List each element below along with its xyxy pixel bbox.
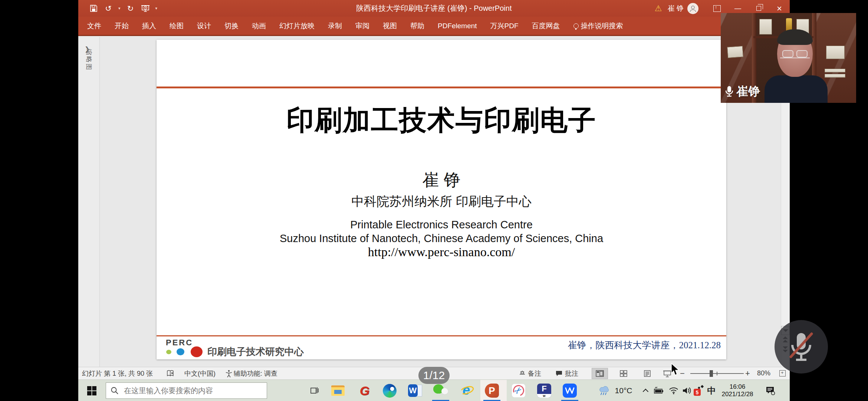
logo-green-dot <box>166 350 171 354</box>
search-icon <box>111 387 119 395</box>
slide-top-rule <box>157 87 726 88</box>
fit-slide-button[interactable] <box>779 367 786 379</box>
tab-pdfelement[interactable]: PDFelement <box>431 22 484 30</box>
person-body <box>765 75 828 103</box>
account-name[interactable]: 崔 铮 <box>668 4 684 13</box>
word-icon[interactable]: W <box>406 380 424 401</box>
action-center-icon[interactable] <box>763 380 778 401</box>
tab-home[interactable]: 开始 <box>108 21 135 31</box>
notes-toggle[interactable]: 备注 <box>519 367 541 379</box>
normal-view-button[interactable] <box>592 368 608 379</box>
ie-icon[interactable]: e <box>458 380 476 401</box>
slide-sorter-button[interactable] <box>615 368 632 379</box>
tab-animations[interactable]: 动画 <box>245 21 273 31</box>
clock-date: 2021/12/28 <box>721 391 753 398</box>
wifi-icon[interactable] <box>667 380 680 401</box>
tab-baidu-netdisk[interactable]: 百度网盘 <box>525 21 567 31</box>
titlebar: ↺ ▾ ↻ ▾ 陕西科技大学印刷电子讲座 (崔铮) - PowerPoint ⚠… <box>78 0 790 17</box>
thumbnail-pane[interactable]: ❯ 缩略图 <box>78 37 100 367</box>
tab-file[interactable]: 文件 <box>80 21 108 31</box>
avatar[interactable] <box>687 3 698 14</box>
person-glasses <box>780 50 810 58</box>
papers <box>825 69 845 72</box>
certificate3 <box>727 46 743 58</box>
pdf-f-app-icon[interactable]: F w <box>535 380 553 401</box>
thumbnail-pane-label: 缩略图 <box>85 49 93 79</box>
slide-number-status: 幻灯片 第 1 张, 共 90 张 <box>82 367 153 379</box>
slide-bottom-rule <box>157 335 726 336</box>
mouse-cursor <box>671 363 680 377</box>
slide-footer-credit[interactable]: 崔铮，陕西科技大学讲座，2021.12.28 <box>568 339 721 351</box>
slide-author[interactable]: 崔 铮 <box>157 169 726 191</box>
mic-muted-button[interactable] <box>775 320 828 374</box>
language-status[interactable]: 中文(中国) <box>184 367 216 379</box>
tray-badge-icon[interactable]: 5 <box>692 380 705 401</box>
reading-view-button[interactable] <box>639 368 655 379</box>
tab-tell-me[interactable]: 操作说明搜索 <box>567 21 630 31</box>
taskbar-search[interactable] <box>106 382 267 399</box>
video-frame: ↺ ▾ ↻ ▾ 陕西科技大学印刷电子讲座 (崔铮) - PowerPoint ⚠… <box>0 0 868 401</box>
file-explorer-icon[interactable] <box>329 380 347 401</box>
accessibility-icon[interactable] <box>225 367 233 379</box>
scissors-app-icon[interactable]: ✂ <box>510 380 527 401</box>
ribbon-tabs: 文件 开始 插入 绘图 设计 切换 动画 幻灯片放映 录制 审阅 视图 帮助 P… <box>78 17 790 36</box>
search-input[interactable] <box>123 386 257 395</box>
logo-blue-dot <box>177 348 184 355</box>
fit-slide-icon <box>779 370 786 376</box>
tab-record[interactable]: 录制 <box>321 21 349 31</box>
lightbulb-icon <box>573 23 579 29</box>
clock-time: 16:06 <box>730 383 746 391</box>
task-view-button[interactable] <box>306 380 323 401</box>
webcam-name-label: 崔铮 <box>724 84 760 100</box>
perc-logo-text: PERC <box>166 338 193 348</box>
tab-wanxing-pdf[interactable]: 万兴PDF <box>484 21 525 31</box>
spell-check-icon[interactable] <box>167 367 175 379</box>
zoom-in-button[interactable]: + <box>745 367 750 379</box>
certificate <box>759 19 772 35</box>
zoom-out-button[interactable]: − <box>680 367 685 379</box>
battery-icon[interactable] <box>652 380 665 401</box>
zoom-slider-tick <box>717 372 717 375</box>
papers2 <box>825 74 845 78</box>
slide-affiliation-en2[interactable]: Suzhou Institute of Nanotech, Chinese Ac… <box>157 232 726 245</box>
slide-canvas[interactable]: 印刷加工技术与印刷电子 崔 铮 中科院苏州纳米所 印刷电子中心 Printabl… <box>157 40 726 359</box>
hidden-icons-chevron[interactable] <box>640 380 653 401</box>
ribbon-display-options-icon <box>713 5 721 12</box>
mic-icon <box>724 85 734 98</box>
slide-title[interactable]: 印刷加工技术与印刷电子 <box>157 102 726 139</box>
edge-icon[interactable] <box>381 380 398 401</box>
alert-icon[interactable]: ⚠ <box>652 0 665 17</box>
webcam-video: 崔铮 <box>721 13 856 103</box>
weather-temp[interactable]: 10°C <box>612 380 635 401</box>
speaker-icon[interactable] <box>680 380 693 401</box>
tab-transitions[interactable]: 切换 <box>218 21 245 31</box>
slide-url[interactable]: http://www.perc-sinano.com/ <box>157 245 726 259</box>
tab-review[interactable]: 审阅 <box>349 21 376 31</box>
slide-affiliation-en1[interactable]: Printable Electronics Research Centre <box>157 219 726 231</box>
slide-counter-pill: 1/12 <box>418 367 450 384</box>
logo-red-dot <box>191 346 203 357</box>
tab-draw[interactable]: 绘图 <box>163 21 190 31</box>
shared-screen: ↺ ▾ ↻ ▾ 陕西科技大学印刷电子讲座 (崔铮) - PowerPoint ⚠… <box>78 0 790 401</box>
tab-design[interactable]: 设计 <box>190 21 218 31</box>
tab-help[interactable]: 帮助 <box>404 21 431 31</box>
app-g-icon[interactable]: G <box>356 380 374 401</box>
start-button[interactable] <box>83 380 100 401</box>
tab-view[interactable]: 视图 <box>376 21 404 31</box>
comments-toggle[interactable]: 批注 <box>555 367 578 379</box>
taskbar-clock[interactable]: 16:06 2021/12/28 <box>715 380 760 401</box>
zoom-level[interactable]: 80% <box>757 367 770 379</box>
slide-affiliation-cn[interactable]: 中科院苏州纳米所 印刷电子中心 <box>157 193 726 210</box>
perc-logo-caption: 印刷电子技术研究中心 <box>207 345 304 358</box>
zoom-slider-thumb[interactable] <box>710 370 713 377</box>
powerpoint-icon[interactable]: P <box>483 380 501 401</box>
restore-icon <box>756 6 761 11</box>
accessibility-status[interactable]: 辅助功能: 调查 <box>234 367 277 379</box>
tab-slideshow[interactable]: 幻灯片放映 <box>273 21 321 31</box>
weather-icon[interactable] <box>596 380 611 401</box>
certificate4 <box>826 46 845 59</box>
tab-insert[interactable]: 插入 <box>135 21 163 31</box>
mic-muted-icon <box>787 331 815 363</box>
voov-meeting-icon[interactable] <box>560 380 579 401</box>
